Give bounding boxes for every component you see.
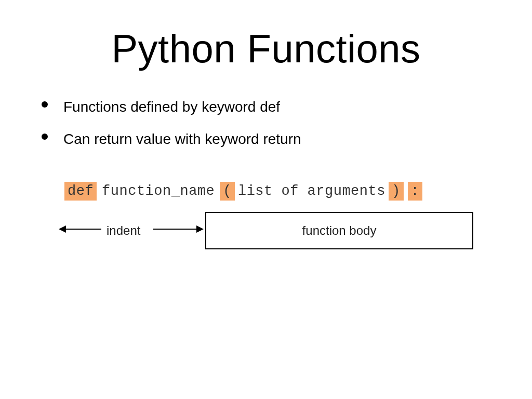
close-paren-token: ): [389, 182, 404, 201]
slide-title: Python Functions: [0, 26, 532, 71]
bullet-list: Functions defined by keyword def Can ret…: [42, 99, 488, 163]
slide: Python Functions Functions defined by ke…: [0, 0, 532, 399]
bullet-text: Can return value with keyword return: [63, 131, 301, 148]
syntax-diagram: def function_name ( list of arguments ) …: [62, 182, 473, 270]
arguments-token: list of arguments: [237, 183, 387, 199]
list-item: Functions defined by keyword def: [42, 99, 488, 115]
bullet-text: Functions defined by keyword def: [63, 99, 280, 115]
indent-label: indent: [107, 223, 140, 238]
function-name-token: function_name: [99, 183, 218, 199]
open-paren-token: (: [220, 182, 235, 201]
code-line: def function_name ( list of arguments ) …: [62, 182, 473, 201]
colon-token: :: [408, 182, 423, 201]
indent-row: indent function body: [62, 223, 473, 270]
function-body-box: function body: [205, 212, 473, 249]
bullet-icon: [42, 101, 48, 108]
arrow-right-icon: [153, 229, 203, 230]
list-item: Can return value with keyword return: [42, 131, 488, 148]
arrow-left-icon: [60, 229, 101, 230]
bullet-icon: [42, 134, 48, 140]
keyword-def: def: [64, 182, 97, 201]
